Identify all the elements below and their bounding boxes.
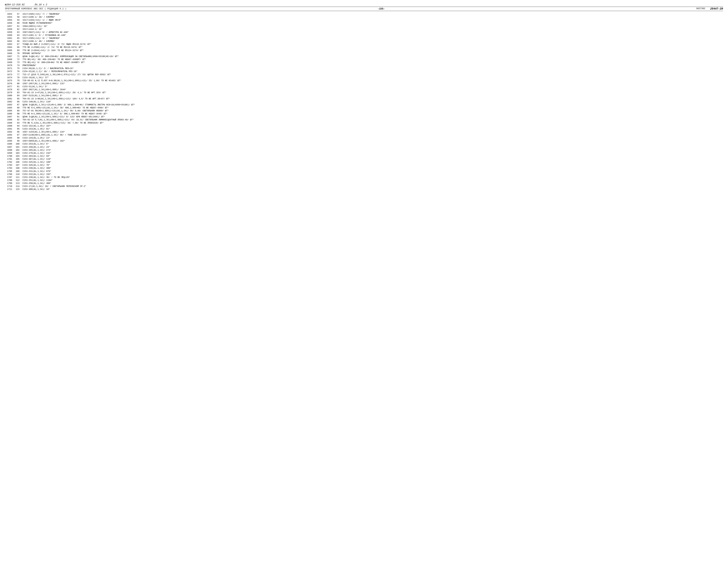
row-index: 103: [14, 152, 22, 155]
row-number: 1677: [5, 85, 14, 88]
row-number: 1711: [5, 188, 14, 191]
table-row: 168286С153-140(А1,1,34)/ 110*: [5, 100, 723, 103]
row-number: 1709: [5, 182, 14, 185]
row-description: С153-153(А1,1,35)/ 81*: [22, 127, 723, 130]
table-row: 1658621517=1444-1/ 16*: [5, 28, 723, 31]
row-description: 1517=1496-1/ 40/ / КЛЕММА*: [22, 40, 723, 43]
row-index: 65: [14, 37, 22, 40]
row-description: С153-230(А1,1,34)/ 36/ / ТО ЖЕ ЛЕЦ=20*: [22, 176, 723, 179]
row-description: С153-19(А1,1,34)/ 37*: [22, 76, 723, 79]
row-index: 64: [14, 34, 22, 37]
row-description: С153-325(А1,1,34)/ 188*: [22, 161, 723, 164]
row-description: С153-152(А1,1,35)/ 107*: [22, 125, 723, 127]
row-description: 1517=1496-1/ 20/ / КЛЕММА*: [22, 16, 723, 19]
row-index: 66: [14, 40, 22, 43]
row-index: 82: [14, 88, 22, 91]
row-index: 69: [14, 49, 22, 52]
table-row: 1678821507-3027(А1,1,34)(Н9=1,099)/ 2644…: [5, 88, 723, 91]
row-description: ТСКЩО-84 ВЫП.2 2=2507(=14)/ 3/ 72/ ЯЩИК …: [22, 43, 723, 46]
row-description: 1517=1481-1/ 6/ / УСТАНОВКА АС-440*: [22, 34, 723, 37]
row-number: 1691: [5, 127, 14, 130]
row-number: 1662: [5, 40, 14, 43]
table-row: 1657611504=18011(=14)/ 16*: [5, 25, 723, 28]
table-row: 1702106С153-325(А1,1,34)/ 188*: [5, 161, 723, 164]
row-number: 1654: [5, 16, 14, 19]
row-index: 102: [14, 149, 22, 152]
row-index: 73: [14, 61, 22, 64]
table-row: 1661651517=1505(=14)/ 9/ / ТАБЛИЧКА*: [5, 37, 723, 40]
row-index: 67: [14, 43, 22, 46]
row-number: 1688: [5, 118, 14, 121]
row-number: 1700: [5, 155, 14, 158]
row-index: 71: [14, 55, 22, 58]
table-row: 167579Т29-09-01 А,12 П,637 К=0,98(А1,1,3…: [5, 79, 723, 82]
row-number: 1672: [5, 70, 14, 73]
row-index: 83: [14, 91, 22, 94]
row-number: 1701: [5, 158, 14, 161]
table-row: 1697101С153-258(А1,1,34)/ 24*: [5, 146, 723, 149]
row-index: 100: [14, 142, 22, 145]
table-row: 1676801507-1057(А1,1,34)(Н9=1,099)/ 132*: [5, 82, 723, 85]
table-row: 169498С153-144(А1,1,35)/ 13*: [5, 136, 723, 139]
row-number: 1705: [5, 170, 14, 173]
row-description: ЦЕНА 3=ДА(А1,1,34)(=13)#К=1,099/ 3/ 900,…: [22, 103, 723, 106]
row-index: 75: [14, 67, 22, 70]
row-number: 1708: [5, 179, 14, 182]
code1: 3027392: [696, 7, 705, 10]
row-description: ТТО ЖЕ К=1,099(=13)(А1,1,34)/ 8/ 300,1,0…: [22, 112, 723, 115]
program-complex-label: ПРОГРАММНЫЙ КОМПЛЕКС АВС-ЗЕС ( РЕДАКЦИЯ …: [5, 8, 66, 10]
row-index: 115: [14, 188, 22, 191]
row-index: 113: [14, 182, 22, 185]
row-number: 1658: [5, 28, 14, 31]
table-row: 1654581517=1496-1/ 20/ / КЛЕММА*: [5, 16, 723, 19]
row-description: Т15-17 Д316 П,2491(А1,1,39)(Н9=1,076)(=1…: [22, 73, 723, 76]
table-row: 168791ЦЕНА 3=ДА(А1,1,34)(Н9=1,099)(=13)/…: [5, 115, 723, 118]
row-description: 1517=1104(=14)/ 1/ / ЯЩИК ЗЯ=0*: [22, 19, 723, 22]
code2: 25447-20: [710, 7, 723, 10]
table-row: 169094С153-152(А1,1,35)/ 107*: [5, 125, 723, 127]
row-index: 87: [14, 103, 22, 106]
row-index: 61: [14, 25, 22, 28]
row-index: 95: [14, 127, 22, 130]
row-number: 1707: [5, 176, 14, 179]
row-index: 74: [14, 64, 22, 67]
row-number: 1699: [5, 152, 14, 155]
row-description: С153-253(А1,1,34)/ 6*: [22, 142, 723, 145]
row-description: Т64-01-15 1=47(А1,1,34)(Н9=1,099)(=13)/ …: [22, 91, 723, 94]
row-index: 58: [14, 16, 22, 19]
table-row: 1662661517=1496-1/ 40/ / КЛЕММА*: [5, 40, 723, 43]
row-number: 1661: [5, 37, 14, 40]
row-number: 1671: [5, 67, 14, 70]
row-index: 90: [14, 112, 22, 115]
row-description: С153-258(А1,1,34)/ 24*: [22, 146, 723, 149]
row-description: ТТО ЖЕ К=1,099(=13)(А1,1,34)/ 38/ 400,1,…: [22, 106, 723, 109]
row-number: 1706: [5, 173, 14, 176]
row-number: 1703: [5, 164, 14, 167]
table-row: 166367ТСКЩО-84 ВЫП.2 2=2507(=14)/ 3/ 72/…: [5, 43, 723, 46]
row-description: 1517=1444-1/ 16*: [22, 28, 723, 31]
doc-sheet: Лл.16 ± 2: [35, 3, 47, 6]
row-index: 85: [14, 97, 22, 100]
table-row: 1706110С153-232(А1,1,34)/ 192*: [5, 173, 723, 176]
row-index: 77: [14, 73, 22, 76]
row-number: 1686: [5, 112, 14, 115]
row-index: 99: [14, 139, 22, 142]
row-index: 105: [14, 158, 22, 161]
row-description: С154-50(А1,1,2)/ 2/ / ВЫКЛЮЧАТЕЛЬ ПВЗ=16…: [22, 67, 723, 70]
table-row: 1708112С153-251(А1,1,34)/ 1104*: [5, 179, 723, 182]
table-row: 168690ТТО ЖЕ К=1,099(=13)(А1,1,34)/ 8/ 3…: [5, 112, 723, 115]
row-description: С153-232(А1,1,34)/ 192*: [22, 173, 723, 176]
row-index: 98: [14, 136, 22, 139]
row-description: П2#В ЯЩИКЕ УСТАНОВЛЕНО#*: [22, 22, 723, 25]
row-number: 1683: [5, 103, 14, 106]
table-row: 1700104С153-283(А1,1,34)/ 59*: [5, 155, 723, 158]
table-row: 1659631507=5047(=14)/ 6/ / АРМАТУРА АС-4…: [5, 31, 723, 34]
row-number: 1681: [5, 97, 14, 100]
row-index: 80: [14, 82, 22, 85]
row-number: 1685: [5, 109, 14, 112]
row-description: 1504=18011(=14)/ 16*: [22, 25, 723, 28]
row-description: С153-276(А1,1,34)/ 232*: [22, 152, 723, 155]
row-number: 1695: [5, 139, 14, 142]
row-index: 96: [14, 130, 22, 133]
table-row: 166569ТТО ЖЕ 2=2644(=14)/ 2/ 104/ ТО ЖЕ …: [5, 49, 723, 52]
